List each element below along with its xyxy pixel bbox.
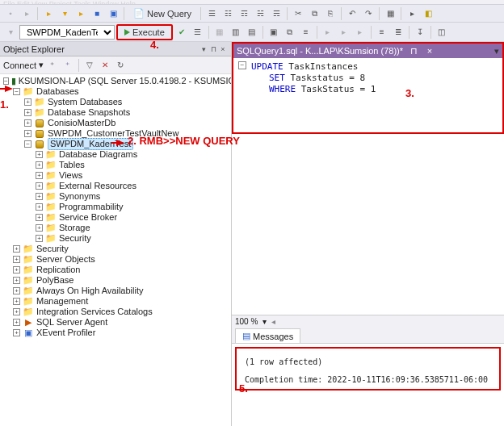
tree-toggle[interactable]: + <box>13 308 20 315</box>
tree-item[interactable]: Server Objects <box>36 254 95 265</box>
tree-item[interactable]: Views <box>59 170 82 181</box>
tree-item[interactable]: Replication <box>36 265 80 275</box>
tree-toggle[interactable]: + <box>36 214 43 221</box>
tree-toggle[interactable]: + <box>24 119 32 127</box>
tb-icon-c[interactable]: ☶ <box>237 6 251 21</box>
tree-sysdbs[interactable]: System Databases <box>48 97 122 107</box>
filter-icon[interactable]: ▽ <box>83 59 96 72</box>
tree-item[interactable]: Management <box>36 296 88 307</box>
redo-icon[interactable]: ↷ <box>361 6 376 21</box>
tb2-icon-o[interactable]: ◫ <box>435 25 449 40</box>
refresh-icon[interactable]: ↻ <box>114 59 127 72</box>
sql-editor[interactable]: − UPDATE TaskInstances SET Taskstatus = … <box>232 58 504 134</box>
tree-toggle[interactable]: + <box>36 224 43 232</box>
nav-fwd-icon[interactable]: ▸ <box>19 6 34 21</box>
tree-toggle[interactable]: + <box>24 109 32 116</box>
tab-close-icon[interactable]: × <box>424 46 435 56</box>
stop-icon[interactable]: ✕ <box>99 59 111 72</box>
undo-icon[interactable]: ↶ <box>345 6 359 21</box>
tb2-icon-i[interactable]: ▸ <box>321 25 335 40</box>
tree-item[interactable]: Synonyms <box>59 191 100 202</box>
sql-tab[interactable]: SQLQuery1.sql - K...LAP\KSumsion (78))* … <box>232 42 504 58</box>
tb2-icon-m[interactable]: ≣ <box>391 25 405 40</box>
tree-item[interactable]: Security <box>59 233 91 244</box>
grid-icon[interactable]: ▦ <box>383 6 397 21</box>
tb-icon-d[interactable]: ☵ <box>253 6 267 21</box>
tree-toggle[interactable]: + <box>36 172 43 179</box>
connect-label[interactable]: Connect <box>3 61 36 70</box>
tree-toggle[interactable]: + <box>36 193 43 200</box>
tree-item[interactable]: Storage <box>59 223 90 233</box>
database-selector[interactable]: SWPDM_KadenTest <box>19 25 115 40</box>
tree-item[interactable]: Service Broker <box>59 212 117 223</box>
check-icon[interactable]: ✔ <box>174 25 189 40</box>
tb-icon-f[interactable]: ▸ <box>405 6 419 21</box>
tb2-icon-l[interactable]: ≡ <box>375 25 389 40</box>
object-explorer-tree[interactable]: − ▮ KSUMSION-LAP (SQL Server 15.0.4198.2… <box>0 74 231 426</box>
tree-toggle[interactable]: + <box>13 245 20 253</box>
tb2-icon-g[interactable]: ⧉ <box>283 25 297 40</box>
fold-icon[interactable]: − <box>238 61 246 69</box>
panel-close-icon[interactable]: × <box>218 45 228 53</box>
tab-overflow-icon[interactable]: ▾ <box>494 46 499 56</box>
tree-toggle[interactable]: + <box>13 256 20 263</box>
tree-toggle[interactable]: + <box>13 266 20 274</box>
tree-item[interactable]: External Resources <box>59 181 136 191</box>
tree-kaden[interactable]: SWPDM_KadenTest <box>48 138 133 150</box>
tree-toggle[interactable]: − <box>24 140 32 148</box>
tree-item[interactable]: XEvent Profiler <box>36 328 95 338</box>
tree-toggle[interactable]: + <box>24 130 32 137</box>
tb2-icon-b[interactable]: ☰ <box>191 25 205 40</box>
tb2-icon-f[interactable]: ▣ <box>267 25 281 40</box>
tree-toggle[interactable]: + <box>36 151 43 158</box>
tree-toggle[interactable]: + <box>36 203 43 211</box>
execute-button[interactable]: Execute <box>116 24 173 40</box>
pin-icon[interactable]: ⊓ <box>408 46 419 56</box>
tb2-icon-j[interactable]: ▸ <box>337 25 351 40</box>
connect-icon-b[interactable]: ⁺ <box>61 59 74 72</box>
tb-icon-b[interactable]: ☷ <box>220 6 235 21</box>
tree-item[interactable]: SQL Server Agent <box>36 317 107 328</box>
tb2-icon-h[interactable]: ≡ <box>299 25 313 40</box>
tree-item[interactable]: Tables <box>59 160 85 170</box>
tree-snapshots[interactable]: Database Snapshots <box>48 107 130 118</box>
save-all-icon[interactable]: ▣ <box>106 6 120 21</box>
zoom-value[interactable]: 100 % <box>235 317 258 326</box>
tree-item[interactable]: PolyBase <box>36 275 74 286</box>
nav-back-icon[interactable]: ◦ <box>3 6 18 21</box>
zoom-dropdown-icon[interactable]: ▾ <box>262 317 267 326</box>
open-file-icon[interactable]: ▾ <box>57 6 72 21</box>
tb2-icon-c[interactable]: ▦ <box>212 25 227 40</box>
tb2-icon-e[interactable]: ▤ <box>245 25 259 40</box>
tb2-icon-k[interactable]: ▸ <box>353 25 368 40</box>
messages-tab[interactable]: ▤ Messages <box>235 328 300 343</box>
tb-icon-a[interactable]: ☰ <box>204 6 219 21</box>
tb2-icon-n[interactable]: ↧ <box>413 25 427 40</box>
paste-icon[interactable]: ⎘ <box>323 6 338 21</box>
connect-icon-a[interactable]: ⁺ <box>46 59 59 72</box>
tree-toggle[interactable]: − <box>3 77 9 85</box>
panel-dropdown-icon[interactable]: ▾ <box>199 45 208 53</box>
new-file-icon[interactable]: ▸ <box>41 6 56 21</box>
tree-toggle[interactable]: + <box>13 329 20 336</box>
tree-toggle[interactable]: + <box>13 277 20 284</box>
tree-item[interactable]: Integration Services Catalogs <box>36 307 153 317</box>
tree-toggle[interactable]: + <box>13 298 20 305</box>
tb-icon-e[interactable]: ☴ <box>269 6 284 21</box>
tree-toggle[interactable]: + <box>13 319 20 326</box>
tree-toggle[interactable]: + <box>36 182 43 190</box>
tree-toggle[interactable]: + <box>13 287 20 294</box>
copy-icon[interactable]: ⧉ <box>307 6 321 21</box>
tree-toggle[interactable]: + <box>36 161 43 169</box>
tree-item[interactable]: Always On High Availability <box>36 286 143 296</box>
tree-item[interactable]: Programmability <box>59 202 123 212</box>
tree-item[interactable]: Security <box>36 244 69 254</box>
zoom-scroll-icon[interactable]: ◂ <box>271 317 275 326</box>
tree-toggle[interactable]: − <box>13 88 20 95</box>
tree-toggle[interactable]: + <box>24 98 32 106</box>
tree-item[interactable]: Database Diagrams <box>59 149 137 160</box>
open-folder-icon[interactable]: ▸ <box>74 6 88 21</box>
tree-toggle[interactable]: + <box>36 235 43 242</box>
tree-conisio[interactable]: ConisioMasterDb <box>48 118 116 128</box>
new-query-button[interactable]: 📄 New Query <box>128 6 197 21</box>
